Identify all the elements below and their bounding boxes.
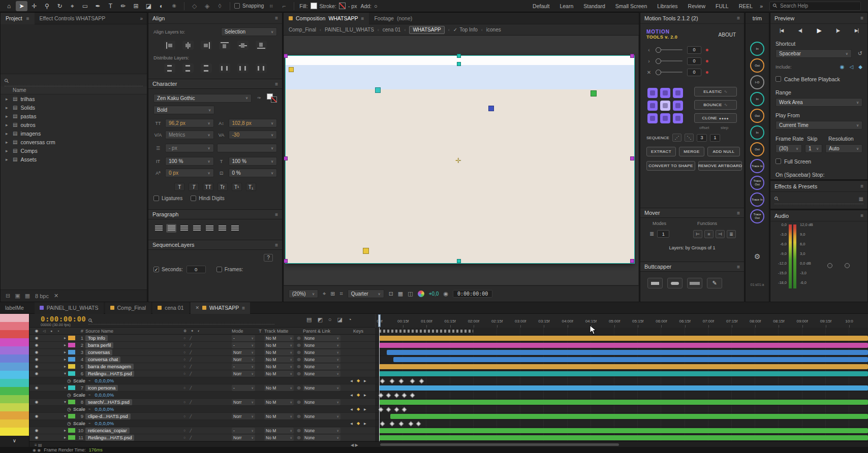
- slider-value[interactable]: 0: [687, 46, 701, 54]
- selection-handle-mid-left[interactable]: [284, 156, 288, 160]
- distribute-right-button[interactable]: [256, 63, 267, 73]
- workspace-default[interactable]: Default: [528, 3, 554, 9]
- layer-switches[interactable]: ○ ╱: [183, 365, 232, 369]
- property-row[interactable]: ◷Scale⌁0,0,0,0%◀◆▶: [29, 406, 868, 413]
- play-button[interactable]: ▶: [817, 27, 821, 34]
- link-dimensions-icon[interactable]: ⌁: [88, 378, 91, 383]
- panel-menu-icon[interactable]: ≡: [275, 15, 278, 21]
- label-color-swatch[interactable]: [0, 371, 29, 379]
- previous-frame-button[interactable]: ◀|: [798, 28, 802, 33]
- skip-dropdown[interactable]: 1: [805, 144, 822, 153]
- group-size-input[interactable]: 1: [657, 230, 669, 238]
- exposure-value[interactable]: +0,0: [429, 291, 439, 297]
- draft-3d-icon[interactable]: ◩: [317, 316, 322, 323]
- chevron-right-icon[interactable]: ▸: [62, 428, 68, 433]
- layer-duration-bar[interactable]: [379, 336, 868, 341]
- about-button[interactable]: ABOUT: [719, 32, 736, 38]
- mover-function-button[interactable]: ⊢: [693, 230, 702, 238]
- property-row[interactable]: ◷Scale⌁0,0,0,0%◀◆▶: [29, 377, 868, 384]
- chevron-down-icon[interactable]: ▾: [62, 414, 68, 418]
- snapshot-icon[interactable]: ◉: [443, 290, 448, 297]
- layer-color-chip[interactable]: [68, 428, 75, 433]
- label-color-swatch[interactable]: [0, 403, 29, 411]
- selection-tool-icon[interactable]: ➤: [16, 1, 27, 11]
- stroke-width-dropdown[interactable]: - px: [165, 144, 214, 152]
- add-keyframe-button[interactable]: ◆: [357, 393, 360, 397]
- frames-checkbox[interactable]: Frames:: [216, 267, 243, 272]
- close-icon[interactable]: ✕: [196, 305, 200, 310]
- cache-before-playback-checkbox[interactable]: Cache Before Playback: [770, 75, 867, 83]
- track-matte-dropdown[interactable]: No M: [264, 413, 294, 419]
- layer-color-chip[interactable]: [68, 435, 75, 440]
- eraser-tool-icon[interactable]: ◪: [143, 1, 154, 11]
- round-cap-button[interactable]: [667, 278, 683, 288]
- snap-features-icon[interactable]: ⌐: [278, 1, 290, 11]
- tab-composition[interactable]: Composition WHATSAPP ≡: [284, 13, 369, 24]
- composition-canvas[interactable]: ✛: [284, 36, 638, 285]
- layer-switches[interactable]: ○ ╱: [183, 436, 232, 440]
- property-row[interactable]: ◷Scale⌁0,0,0,0%◀◆▶: [29, 392, 868, 399]
- selection-handle-top-right[interactable]: [630, 54, 634, 58]
- composition-frame[interactable]: ✛: [286, 56, 634, 263]
- selection-handle-top-left[interactable]: [284, 54, 288, 58]
- layer-name[interactable]: Retângu...HATS.psd: [85, 371, 134, 377]
- layer-color-chip[interactable]: [68, 385, 75, 390]
- align-target-dropdown[interactable]: Selection: [221, 27, 277, 36]
- time-ruler[interactable]: 00f00:15f01:00f01:15f02:00f02:15f03:00f0…: [375, 314, 868, 328]
- overlays-include-icon[interactable]: ◆: [858, 64, 862, 70]
- seconds-input[interactable]: 0: [187, 266, 206, 273]
- label-color-swatch[interactable]: [0, 322, 29, 330]
- property-value[interactable]: 0,0,0,0%: [95, 392, 114, 398]
- parent-link-dropdown[interactable]: None: [303, 335, 340, 341]
- parent-link-dropdown[interactable]: None: [303, 385, 340, 391]
- label-color-swatch[interactable]: [0, 419, 29, 428]
- panel-menu-icon[interactable]: ≡: [737, 210, 740, 216]
- panel-menu-icon[interactable]: ≡: [242, 305, 245, 311]
- eyedropper-icon[interactable]: ✑: [255, 95, 264, 101]
- label-color-swatch[interactable]: [0, 411, 29, 419]
- track-matte-dropdown[interactable]: No M: [264, 428, 294, 434]
- layer-row[interactable]: ◉▸3conversas○ ╱NorrNo M◎None: [29, 349, 868, 356]
- home-tool-icon[interactable]: ⌂: [3, 1, 15, 11]
- region-of-interest-icon[interactable]: ⊡: [389, 290, 393, 297]
- layer-duration-bar[interactable]: [387, 350, 868, 355]
- faux-style-button[interactable]: T: [174, 183, 184, 191]
- layer-color-chip[interactable]: [68, 414, 75, 418]
- property-name[interactable]: Scale: [73, 392, 85, 398]
- mode-column-header[interactable]: Mode: [232, 329, 255, 334]
- channel-wheel-icon[interactable]: [418, 290, 424, 297]
- trim-badge-trace-out[interactable]: Trace Out: [750, 209, 764, 223]
- add-shape-icon[interactable]: ○: [374, 3, 378, 9]
- next-frame-button[interactable]: |▶: [836, 28, 840, 33]
- eye-toggle[interactable]: ◉: [33, 414, 41, 418]
- layer-row[interactable]: ◉▸2barra perfil○ ╱-No M◎None: [29, 342, 868, 349]
- track-matte-dropdown[interactable]: No M: [264, 435, 294, 441]
- keyframe-icon[interactable]: [389, 378, 394, 383]
- eye-toggle[interactable]: ◉: [33, 364, 41, 369]
- layer-row[interactable]: ◉▸11Retângu...HATS.psd○ ╱NorrNo M◎None: [29, 434, 868, 441]
- ease-preset-button[interactable]: [660, 88, 670, 98]
- breadcrumb-item[interactable]: ✓Top Info: [453, 27, 478, 33]
- workspace-learn[interactable]: Learn: [555, 3, 578, 9]
- layer-duration-bar[interactable]: [379, 400, 868, 405]
- workspace-overflow-icon[interactable]: »: [760, 3, 763, 9]
- trim-badge-trace-in[interactable]: Trace In: [750, 159, 764, 173]
- next-keyframe-button[interactable]: ▶: [364, 379, 366, 382]
- panel-menu-icon[interactable]: ≡: [275, 81, 278, 87]
- tab-project[interactable]: Project≡: [1, 13, 35, 24]
- camera-tool-a-icon[interactable]: ◇: [189, 1, 200, 11]
- faux-style-button[interactable]: Tr: [218, 183, 228, 191]
- link-dimensions-icon[interactable]: ⌁: [88, 393, 91, 397]
- layer-name[interactable]: icon persona: [85, 385, 118, 391]
- workspace-review[interactable]: Review: [684, 3, 710, 9]
- label-color-swatch[interactable]: [0, 346, 29, 354]
- project-folder-row[interactable]: ▸▤Assets: [1, 155, 147, 164]
- frame-blending-icon[interactable]: ◪: [337, 316, 342, 323]
- layer-switches[interactable]: ○ ╱: [183, 336, 232, 340]
- effects-search-input[interactable]: ⚲ ▦: [774, 194, 863, 204]
- property-name[interactable]: Scale: [73, 378, 85, 383]
- next-keyframe-button[interactable]: ▶: [364, 393, 366, 397]
- track-matte-dropdown[interactable]: No M: [264, 399, 294, 405]
- ease-preset-button[interactable]: [660, 101, 670, 111]
- keyframe-icon[interactable]: [410, 378, 415, 383]
